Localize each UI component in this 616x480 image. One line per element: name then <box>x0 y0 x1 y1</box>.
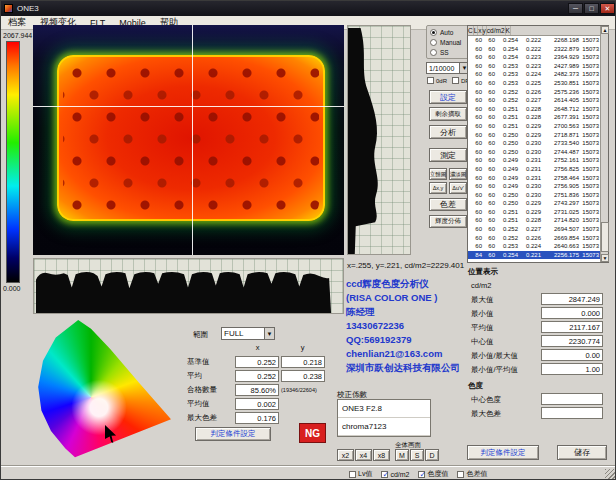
close-button[interactable]: ✕ <box>600 3 615 14</box>
cell-k: 15073 <box>580 225 600 234</box>
shutter-select[interactable]: 1/10000 ▼ <box>426 62 470 74</box>
table-header-cell: K <box>506 26 511 35</box>
table-row[interactable]: 60 60 0.249 0.231 2758.464 15073 <box>468 174 600 183</box>
msd-button[interactable]: S <box>410 449 424 461</box>
delta-xy-button[interactable]: Δx,y <box>429 182 447 194</box>
judge-settings-button-right[interactable]: 判定條件設定 <box>467 445 539 460</box>
scroll-down-icon[interactable]: ▼ <box>601 254 609 262</box>
gain-checkbox[interactable]: 0dR <box>427 77 447 84</box>
scroll-up-icon[interactable]: ▲ <box>601 26 609 34</box>
judge-settings-button-left[interactable]: 判定條件設定 <box>195 427 271 441</box>
checkbox-icon <box>418 471 425 478</box>
table-row[interactable]: 60 60 0.254 0.222 2268.198 15073 <box>468 36 600 45</box>
maximize-button[interactable]: □ <box>584 3 599 14</box>
crosshair-horizontal <box>33 106 344 107</box>
shade-button[interactable]: 濃淡圖 <box>449 168 467 180</box>
zoom-level-button[interactable]: x4 <box>355 449 372 461</box>
table-row[interactable]: 60 60 0.251 0.228 2677.391 15073 <box>468 113 600 122</box>
display-option-checkbox[interactable]: 色差值 <box>457 469 487 479</box>
table-row[interactable]: 60 60 0.250 0.230 2733.540 15073 <box>468 139 600 148</box>
menu-item[interactable]: 档案 <box>1 16 33 29</box>
scrollbar-thumb[interactable] <box>601 222 609 252</box>
exposure-mode-radio[interactable]: SS <box>427 47 469 57</box>
capture-button[interactable]: 剩余摘取 <box>429 107 467 121</box>
range-select[interactable]: FULL ▼ <box>221 327 275 340</box>
table-row[interactable]: 60 60 0.253 0.225 2530.851 15073 <box>468 79 600 88</box>
color-diff-button[interactable]: 色差 <box>429 198 467 211</box>
cell-cd: 2718.871 <box>542 131 580 140</box>
calibration-line-1[interactable]: ONE3 F2.8 <box>338 400 430 418</box>
cell-c: 60 <box>468 62 483 71</box>
table-row[interactable]: 60 60 0.253 0.224 2482.373 15073 <box>468 70 600 79</box>
minimize-button[interactable]: ─ <box>568 3 583 14</box>
cell-y: 0.223 <box>519 53 542 62</box>
thermal-image[interactable] <box>33 25 344 255</box>
table-row[interactable]: 60 60 0.253 0.223 2427.989 15073 <box>468 62 600 71</box>
table-row[interactable]: 60 60 0.254 0.223 2364.929 15073 <box>468 53 600 62</box>
table-row[interactable]: 84 60 0.254 0.221 2256.175 15073 <box>468 251 600 260</box>
msd-button[interactable]: M <box>395 449 409 461</box>
cell-cd: 2758.464 <box>542 174 580 183</box>
delta-uv-button[interactable]: Δu'v' <box>449 182 467 194</box>
stats-x-value: 0.252 <box>235 356 279 368</box>
table-row[interactable]: 60 60 0.254 0.222 2322.879 15073 <box>468 45 600 54</box>
exposure-mode-radio[interactable]: Manual <box>427 37 469 47</box>
cell-y: 0.229 <box>519 208 542 217</box>
calibration-line-2[interactable]: chroma7123 <box>338 418 430 436</box>
cell-k: 15073 <box>580 45 600 54</box>
zoom-level-button[interactable]: x8 <box>373 449 390 461</box>
display-option-checkbox[interactable]: 色度值 <box>418 469 448 479</box>
table-row[interactable]: 60 60 0.250 0.229 2743.297 15073 <box>468 199 600 208</box>
set-button[interactable]: 設定 <box>429 90 467 104</box>
table-row[interactable]: 60 60 0.252 0.227 2614.405 15073 <box>468 96 600 105</box>
table-row[interactable]: 60 60 0.251 0.228 2714.820 15073 <box>468 216 600 225</box>
exposure-mode-radio[interactable]: Auto <box>427 27 469 37</box>
table-row[interactable]: 60 60 0.251 0.229 2731.025 15073 <box>468 208 600 217</box>
view-3d-button[interactable]: 立體圖 <box>429 168 447 180</box>
table-row[interactable]: 60 60 0.249 0.231 2756.825 15073 <box>468 165 600 174</box>
table-row[interactable]: 60 60 0.253 0.224 2640.663 15073 <box>468 242 600 251</box>
statusbar-checks: Lv值 cd/m2 色度值 色差值 <box>349 469 496 479</box>
cell-y: 0.230 <box>519 182 542 191</box>
table-row[interactable]: 60 60 0.249 0.230 2756.905 15073 <box>468 182 600 191</box>
cell-cd: 2669.854 <box>542 234 580 243</box>
table-scrollbar[interactable]: ▲ ▼ <box>600 26 608 262</box>
table-row[interactable]: 60 60 0.249 0.231 2752.161 15073 <box>468 156 600 165</box>
display-option-checkbox[interactable]: cd/m2 <box>381 469 409 479</box>
cell-c: 60 <box>468 45 483 54</box>
cell-l: 60 <box>483 113 496 122</box>
table-row[interactable]: 60 60 0.252 0.226 2575.236 15073 <box>468 88 600 97</box>
analyze-button[interactable]: 分析 <box>429 125 467 139</box>
position-section-title: 位置表示 <box>468 267 498 277</box>
save-button[interactable]: 儲存 <box>557 445 607 460</box>
resize-grip[interactable] <box>605 469 616 480</box>
cell-x: 0.253 <box>496 62 519 71</box>
measure-button[interactable]: 測定 <box>429 148 467 162</box>
radio-icon <box>430 39 437 46</box>
cell-c: 60 <box>468 191 483 200</box>
cell-c: 60 <box>468 131 483 140</box>
cell-k: 15073 <box>580 70 600 79</box>
stats-row-label: 基準值 <box>187 357 235 367</box>
table-row[interactable]: 60 60 0.250 0.230 2744.487 15073 <box>468 148 600 157</box>
zoom-level-button[interactable]: x2 <box>337 449 354 461</box>
cell-c: 60 <box>468 96 483 105</box>
table-row[interactable]: 60 60 0.250 0.229 2718.871 15073 <box>468 131 600 140</box>
table-row[interactable]: 60 60 0.251 0.229 2700.563 15073 <box>468 122 600 131</box>
zoom-buttons: x2x4x8 <box>337 449 390 461</box>
display-option-checkbox[interactable]: Lv值 <box>349 469 372 479</box>
vertical-profile-chart <box>347 25 411 255</box>
table-row[interactable]: 60 60 0.252 0.226 2669.854 15073 <box>468 234 600 243</box>
table-header-cell: cd/m2 <box>487 26 506 35</box>
table-row[interactable]: 60 60 0.250 0.230 2751.836 15073 <box>468 191 600 200</box>
checkbox-label: 0dR <box>436 78 447 84</box>
stats-row: 基準值 0.252 0.218 <box>187 355 333 369</box>
avg-diff-label: 平均值 <box>187 399 235 409</box>
cell-x: 0.251 <box>496 216 519 225</box>
msd-button[interactable]: D <box>425 449 439 461</box>
cell-x: 0.253 <box>496 242 519 251</box>
table-row[interactable]: 60 60 0.252 0.227 2694.507 15073 <box>468 225 600 234</box>
table-row[interactable]: 60 60 0.251 0.228 2648.712 15073 <box>468 105 600 114</box>
field-value: 2230.774 <box>541 335 603 347</box>
luminance-dist-button[interactable]: 輝度分佈 <box>429 215 467 228</box>
